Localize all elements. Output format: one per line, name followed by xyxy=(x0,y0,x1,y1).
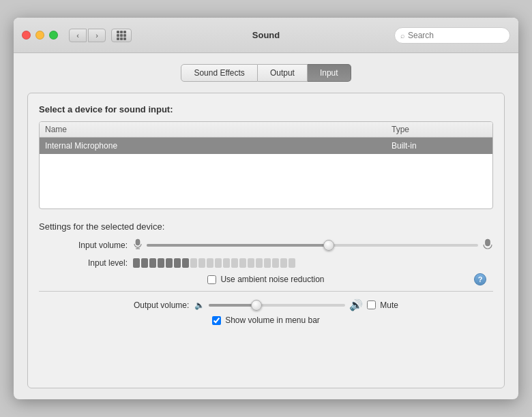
col-type: Type xyxy=(391,125,487,134)
input-level-row: Input level: xyxy=(39,258,493,268)
level-bar-12 xyxy=(223,258,230,268)
panel: Select a device for sound input: Name Ty… xyxy=(27,93,505,388)
search-input[interactable] xyxy=(408,31,490,40)
device-name: Internal Microphone xyxy=(45,141,391,151)
main-window: ‹ › Sound ⌕ Sound Effects Output Input S… xyxy=(14,18,518,399)
show-volume-label: Show volume in menu bar xyxy=(225,315,320,325)
input-volume-slider-container xyxy=(133,238,493,251)
level-bar-1 xyxy=(133,258,140,268)
close-button[interactable] xyxy=(22,31,31,40)
level-bar-20 xyxy=(289,258,295,268)
grid-button[interactable] xyxy=(111,29,132,42)
search-box[interactable]: ⌕ xyxy=(394,27,510,44)
output-volume-row: Output volume: 🔈 🔊 Mute xyxy=(39,298,493,311)
show-volume-row: Show volume in menu bar xyxy=(39,315,493,325)
tab-input[interactable]: Input xyxy=(308,64,351,82)
level-bar-7 xyxy=(182,258,189,268)
device-table: Name Type Internal Microphone Built-in xyxy=(39,121,493,209)
back-button[interactable]: ‹ xyxy=(69,29,87,42)
help-button[interactable]: ? xyxy=(474,273,486,285)
device-type: Built-in xyxy=(391,141,487,151)
level-bar-2 xyxy=(141,258,148,268)
mic-low-icon xyxy=(133,238,143,251)
mute-label: Mute xyxy=(380,300,398,310)
window-title: Sound xyxy=(252,30,280,40)
input-volume-row: Input volume: xyxy=(39,238,493,251)
output-volume-label: Output volume: xyxy=(134,300,189,310)
level-bar-18 xyxy=(272,258,279,268)
ambient-noise-checkbox[interactable] xyxy=(207,275,216,284)
settings-title: Settings for the selected device: xyxy=(39,221,493,232)
col-name: Name xyxy=(45,125,391,134)
level-bar-11 xyxy=(215,258,222,268)
minimize-button[interactable] xyxy=(35,31,44,40)
svg-rect-3 xyxy=(486,239,490,246)
level-bar-5 xyxy=(166,258,173,268)
level-bar-17 xyxy=(264,258,271,268)
vol-high-icon: 🔊 xyxy=(349,298,363,311)
level-bar-19 xyxy=(280,258,287,268)
section-title: Select a device for sound input: xyxy=(39,104,493,114)
search-icon: ⌕ xyxy=(400,31,405,40)
input-level-label: Input level: xyxy=(39,258,128,268)
tab-sound-effects[interactable]: Sound Effects xyxy=(181,64,258,82)
nav-buttons: ‹ › xyxy=(69,29,106,42)
show-volume-checkbox[interactable] xyxy=(212,316,221,325)
tab-bar: Sound Effects Output Input xyxy=(27,64,505,82)
table-empty-area xyxy=(40,154,492,208)
level-bar-15 xyxy=(248,258,254,268)
divider xyxy=(39,291,493,292)
content: Sound Effects Output Input Select a devi… xyxy=(14,53,518,399)
titlebar: ‹ › Sound ⌕ xyxy=(14,18,518,53)
table-row[interactable]: Internal Microphone Built-in xyxy=(40,138,492,154)
output-volume-slider[interactable] xyxy=(209,304,345,307)
tab-output[interactable]: Output xyxy=(258,64,308,82)
level-bar-14 xyxy=(239,258,246,268)
mic-high-icon xyxy=(482,238,493,251)
table-header: Name Type xyxy=(40,122,492,138)
ambient-noise-row: Use ambient noise reduction ? xyxy=(39,275,493,284)
vol-low-icon: 🔈 xyxy=(194,300,205,310)
mute-checkbox[interactable] xyxy=(367,300,376,309)
ambient-noise-label: Use ambient noise reduction xyxy=(220,275,324,284)
traffic-lights xyxy=(22,31,58,40)
level-bar-16 xyxy=(256,258,263,268)
level-bar-4 xyxy=(158,258,164,268)
level-bar-13 xyxy=(231,258,238,268)
settings-section: Settings for the selected device: Input … xyxy=(39,221,493,325)
grid-icon xyxy=(117,31,126,40)
svg-rect-0 xyxy=(136,239,140,245)
maximize-button[interactable] xyxy=(49,31,58,40)
input-volume-label: Input volume: xyxy=(39,241,128,250)
input-level-meter xyxy=(133,258,295,268)
input-volume-slider[interactable] xyxy=(147,244,478,247)
level-bar-10 xyxy=(207,258,213,268)
forward-button[interactable]: › xyxy=(88,29,106,42)
level-bar-9 xyxy=(198,258,205,268)
level-bar-8 xyxy=(190,258,197,268)
level-bar-3 xyxy=(149,258,156,268)
level-bar-6 xyxy=(174,258,181,268)
